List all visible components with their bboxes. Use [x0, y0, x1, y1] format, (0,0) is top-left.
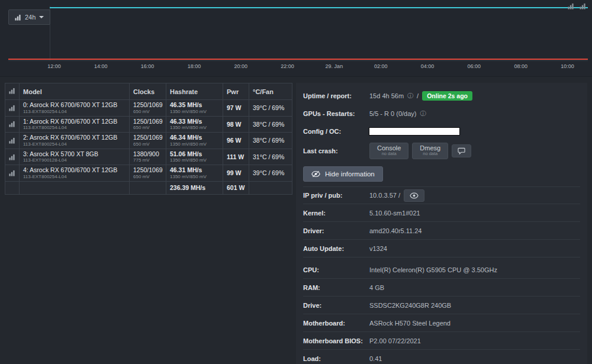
ram-row: RAM: 4 GB	[303, 279, 580, 297]
bar-chart-icon[interactable]	[8, 87, 17, 96]
time-tick: 04:00	[404, 63, 451, 69]
load-row: Load: 0.41	[303, 350, 580, 364]
gpu-chart-button[interactable]	[8, 136, 17, 145]
mini-chart-icon[interactable]	[580, 3, 586, 9]
auto-update-value: v1324	[369, 245, 387, 252]
gpu-chart-button[interactable]	[8, 120, 17, 128]
system-info-panel: Uptime / report: 15d 4h 56m ⓘ / Online 2…	[296, 83, 587, 364]
ip-label: IP priv / pub:	[303, 192, 369, 199]
ram-value: 4 GB	[369, 284, 384, 291]
gpus-restarts-row: GPUs - Restarts: 5/5 - R 0 (0/day) ⓘ	[303, 105, 580, 123]
col-header-clocks: Clocks	[130, 83, 166, 100]
gpu-table: Model Clocks Hashrate Pwr °C/Fan 0: Asro…	[5, 83, 292, 195]
uptime-value: 15d 4h 56m	[369, 92, 404, 99]
gpu-model: 3: Asrock RX 5700 XT 8GB	[23, 150, 126, 158]
time-tick: 10:00	[544, 63, 591, 69]
dmesg-button[interactable]: Dmesg no data	[412, 143, 448, 159]
chart-time-axis: 12:00 14:00 16:00 18:00 20:00 22:00 29. …	[31, 63, 591, 69]
mini-chart-icon[interactable]	[568, 3, 574, 9]
gpu-clocks: 1250/1069	[133, 101, 162, 109]
motherboard-label: Motherboard:	[303, 320, 369, 327]
temp-line	[8, 59, 588, 60]
gpu-clocks: 1250/1069	[133, 118, 162, 125]
gpu-row: 0: Asrock RX 6700/6700 XT 12GB113-EXT800…	[5, 100, 292, 117]
last-crash-row: Last crash: Console no data Dmesg no dat…	[303, 140, 580, 162]
motherboard-bios-row: Motherboard BIOS: P2.00 07/22/2021	[303, 332, 580, 350]
gpu-table-panel: Model Clocks Hashrate Pwr °C/Fan 0: Asro…	[5, 83, 292, 195]
col-header-model: Model	[20, 83, 130, 100]
auto-update-row: Auto Update: v1324	[303, 240, 580, 257]
gpu-power: 96 W	[227, 137, 245, 144]
time-tick: 12:00	[31, 63, 78, 69]
eye-slash-icon	[311, 170, 320, 178]
col-header-temp-fan: °C/Fan	[249, 83, 292, 100]
motherboard-bios-label: Motherboard BIOS:	[303, 337, 369, 344]
message-icon	[458, 147, 465, 154]
bar-chart-icon	[9, 137, 15, 144]
gpu-chart-button[interactable]	[8, 104, 17, 112]
gpu-model-sub: 113-EXT800254-L04	[23, 109, 126, 115]
gpu-hashrate: 46.31 MH/s	[170, 166, 219, 174]
time-tick: 08:00	[497, 63, 544, 69]
time-tick: 18:00	[170, 63, 217, 69]
motherboard-bios-value: P2.00 07/22/2021	[369, 337, 421, 344]
total-hashrate: 236.39 MH/s	[170, 184, 219, 192]
gpu-power: 98 W	[227, 121, 245, 128]
gpu-row: 2: Asrock RX 6700/6700 XT 12GB113-EXT800…	[5, 133, 292, 149]
time-tick: 20:00	[217, 63, 264, 69]
kernel-row: Kernel: 5.10.60-sm1#021	[303, 204, 580, 222]
gpu-clocks-sub: 650 mV	[133, 109, 162, 115]
gpu-hashrate-sub: 1350 mV/850 mV	[170, 125, 219, 131]
time-tick: 29. Jan	[311, 63, 358, 69]
gpu-model-sub: 113-EXT900128-L04	[23, 157, 126, 163]
col-header-pwr: Pwr	[223, 83, 249, 100]
bar-chart-icon	[9, 105, 15, 111]
online-badge: Online 2s ago	[422, 91, 472, 101]
info-icon[interactable]: ⓘ	[420, 109, 426, 118]
gpu-clocks-sub: 650 mV	[133, 125, 162, 131]
motherboard-row: Motherboard: ASRock H570 Steel Legend	[303, 314, 580, 332]
gpu-model: 4: Asrock RX 6700/6700 XT 12GB	[23, 166, 126, 174]
eye-icon	[410, 192, 419, 199]
hide-information-button[interactable]: Hide information	[303, 166, 383, 182]
time-range-button[interactable]: 24h	[8, 9, 50, 25]
time-tick: 02:00	[358, 63, 404, 69]
gpu-chart-button[interactable]	[8, 169, 17, 178]
ram-label: RAM:	[303, 284, 369, 291]
gpu-clocks: 1250/1069	[133, 134, 162, 141]
gpu-clocks: 1380/900	[133, 150, 162, 158]
col-header-hashrate: Hashrate	[166, 83, 223, 100]
gpu-hashrate: 51.06 MH/s	[170, 150, 219, 158]
console-button[interactable]: Console no data	[369, 143, 408, 159]
gpu-hashrate-sub: 1350 mV/850 mV	[170, 141, 219, 147]
gpu-model: 2: Asrock RX 6700/6700 XT 12GB	[23, 134, 126, 141]
hide-information-label: Hide information	[325, 170, 375, 178]
auto-update-label: Auto Update:	[303, 245, 369, 252]
gpu-row: 3: Asrock RX 5700 XT 8GB113-EXT900128-L0…	[5, 149, 292, 165]
gpu-temp-fan: 38°C / 69%	[253, 137, 288, 144]
gpu-temp-fan: 38°C / 69%	[253, 121, 288, 128]
gpu-hashrate: 46.34 MH/s	[170, 134, 219, 141]
hashrate-line	[50, 7, 588, 8]
gpu-power: 111 W	[227, 153, 245, 161]
caret-down-icon	[39, 16, 44, 18]
time-tick: 16:00	[124, 63, 171, 69]
bar-chart-icon	[9, 121, 15, 127]
gpu-clocks-sub: 650 mV	[133, 174, 162, 180]
time-tick: 14:00	[78, 63, 124, 69]
drive-value: SSDSC2KG240G8R 240GB	[369, 302, 451, 309]
gpu-clocks-sub: 775 mV	[133, 157, 162, 163]
gpus-restarts-label: GPUs - Restarts:	[303, 110, 369, 117]
gpu-model-sub: 113-EXT800254-L04	[23, 125, 126, 131]
info-icon[interactable]: ⓘ	[407, 92, 413, 100]
table-header-row: Model Clocks Hashrate Pwr °C/Fan	[5, 83, 292, 100]
config-oc-label: Config / OC:	[303, 128, 369, 135]
crash-report-button[interactable]	[452, 144, 471, 157]
table-total-row: 236.39 MH/s 601 W	[5, 181, 292, 194]
gpu-chart-button[interactable]	[8, 153, 17, 162]
gpu-hashrate-sub: 1350 mV/850 mV	[170, 109, 219, 115]
bar-chart-icon	[9, 170, 15, 176]
hashrate-chart: 24h 12:00 14:00 16:00 18:00 20:00 22:00 …	[0, 0, 592, 77]
gpu-temp-fan: 39°C / 69%	[253, 104, 288, 112]
show-public-ip-button[interactable]	[404, 189, 424, 202]
